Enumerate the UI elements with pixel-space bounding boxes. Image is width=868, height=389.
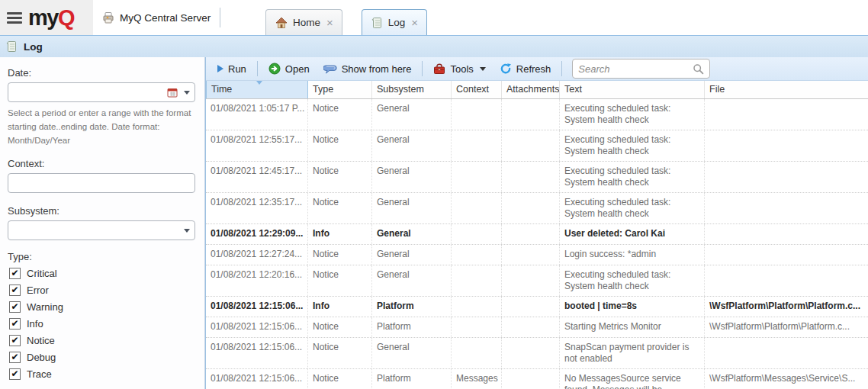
type-option-debug[interactable]: ✔Debug <box>9 352 195 363</box>
cell-time: 01/08/2021 12:15:06... <box>206 369 308 389</box>
cell-attachments <box>502 130 560 161</box>
date-dropdown-icon[interactable] <box>184 91 190 95</box>
column-header-text[interactable]: Text <box>560 81 705 98</box>
tab-log[interactable]: Log × <box>362 9 427 35</box>
log-row[interactable]: 01/08/2021 12:20:16...NoticeGeneralExecu… <box>206 265 868 297</box>
log-icon <box>6 40 18 53</box>
close-icon[interactable]: × <box>410 17 419 28</box>
cell-subsystem: Platform <box>372 369 452 389</box>
cell-text: User deleted: Carol Kai <box>560 224 705 244</box>
logo-block: myQ <box>0 0 93 35</box>
cell-time: 01/08/2021 1:05:17 P... <box>206 99 308 130</box>
subsystem-select[interactable] <box>8 220 195 240</box>
log-row[interactable]: 01/08/2021 12:15:06...NoticePlatformStar… <box>206 317 868 338</box>
cell-context: Messages <box>452 369 502 389</box>
cell-context <box>452 265 502 296</box>
type-option-error[interactable]: ✔Error <box>9 285 195 296</box>
cell-time: 01/08/2021 12:15:06... <box>206 317 308 337</box>
column-header-file[interactable]: File <box>705 81 868 98</box>
close-icon[interactable]: × <box>326 17 334 28</box>
checkbox-label: Error <box>27 285 49 296</box>
checkbox-icon[interactable]: ✔ <box>9 352 21 363</box>
tools-button[interactable]: Tools <box>428 61 490 77</box>
type-option-info[interactable]: ✔Info <box>9 318 195 330</box>
cell-time: 01/08/2021 12:45:17... <box>206 162 308 192</box>
checkbox-icon[interactable]: ✔ <box>9 268 21 279</box>
cell-subsystem: General <box>372 338 452 368</box>
checkbox-icon[interactable]: ✔ <box>9 368 21 380</box>
cell-subsystem: General <box>372 265 452 296</box>
column-label: File <box>709 84 725 95</box>
tab-home-label: Home <box>293 17 320 28</box>
checkbox-icon[interactable]: ✔ <box>9 301 21 313</box>
type-option-critical[interactable]: ✔Critical <box>9 268 195 279</box>
log-row[interactable]: 01/08/2021 12:55:17...NoticeGeneralExecu… <box>206 130 868 162</box>
cell-file <box>705 99 868 130</box>
cell-attachments <box>502 265 560 296</box>
cell-context <box>452 130 502 161</box>
column-header-subsystem[interactable]: Subsystem <box>372 81 452 98</box>
log-search-box <box>572 59 710 79</box>
show-from-here-button[interactable]: Show from here <box>318 61 417 77</box>
sort-desc-icon <box>256 81 262 85</box>
checkbox-icon[interactable]: ✔ <box>9 285 21 296</box>
cell-attachments <box>502 338 560 368</box>
type-checkbox-list: ✔Critical✔Error✔Warning✔Info✔Notice✔Debu… <box>8 268 195 380</box>
column-label: Type <box>313 84 333 95</box>
cell-context <box>452 317 502 337</box>
type-option-notice[interactable]: ✔Notice <box>9 335 195 346</box>
cell-text: Executing scheduled task: System health … <box>560 193 705 223</box>
log-row[interactable]: 01/08/2021 12:45:17...NoticeGeneralExecu… <box>206 162 868 193</box>
cell-type: Info <box>308 297 372 317</box>
column-label: Text <box>564 84 582 95</box>
calendar-icon[interactable] <box>167 88 178 98</box>
type-option-trace[interactable]: ✔Trace <box>9 368 195 380</box>
cell-attachments <box>502 297 560 317</box>
cell-text: Login success: *admin <box>560 245 705 265</box>
column-label: Subsystem <box>377 84 424 95</box>
cell-subsystem: General <box>372 99 452 130</box>
log-row[interactable]: 01/08/2021 12:15:06...NoticeGeneralSnapS… <box>206 338 868 369</box>
log-search-input[interactable] <box>578 63 693 75</box>
log-row[interactable]: 01/08/2021 1:05:17 P...NoticeGeneralExec… <box>206 99 868 130</box>
date-help-text: Select a period or enter a range with th… <box>8 107 197 147</box>
cell-subsystem: Platform <box>372 317 452 337</box>
log-row[interactable]: 01/08/2021 12:27:24...NoticeGeneralLogin… <box>206 245 868 265</box>
cell-time: 01/08/2021 12:20:16... <box>206 265 308 296</box>
column-header-attachments[interactable]: Attachments <box>502 81 560 98</box>
refresh-button[interactable]: Refresh <box>494 60 557 77</box>
tools-label: Tools <box>450 63 473 75</box>
cell-type: Notice <box>308 338 372 368</box>
column-header-type[interactable]: Type <box>308 81 372 98</box>
cell-type: Notice <box>308 317 372 337</box>
log-row[interactable]: 01/08/2021 12:15:06...InfoPlatformbooted… <box>206 297 868 317</box>
open-label: Open <box>285 63 310 75</box>
column-header-time[interactable]: Time <box>206 81 308 98</box>
checkbox-label: Debug <box>27 352 56 363</box>
open-button[interactable]: Open <box>263 60 315 77</box>
date-input[interactable] <box>8 82 195 102</box>
subsystem-dropdown-icon[interactable] <box>184 229 190 233</box>
cell-type: Notice <box>308 245 372 265</box>
log-row[interactable]: 01/08/2021 12:29:09...InfoGeneralUser de… <box>206 224 868 245</box>
hamburger-menu-icon[interactable] <box>7 12 22 24</box>
cell-time: 01/08/2021 12:35:17... <box>206 193 308 223</box>
tab-home[interactable]: Home × <box>265 9 342 35</box>
cell-file: \WsfPlatform\Platform\Platform.c... <box>705 317 868 337</box>
type-option-warning[interactable]: ✔Warning <box>9 301 195 313</box>
run-button[interactable]: Run <box>212 61 252 77</box>
cell-type: Info <box>308 224 372 244</box>
checkbox-label: Warning <box>27 301 63 313</box>
log-row[interactable]: 01/08/2021 12:15:06...NoticePlatformMess… <box>206 369 868 389</box>
cell-file <box>705 224 868 244</box>
checkbox-icon[interactable]: ✔ <box>9 318 21 330</box>
tab-log-label: Log <box>388 17 406 28</box>
column-header-context[interactable]: Context <box>452 81 502 98</box>
checkbox-icon[interactable]: ✔ <box>9 335 21 346</box>
log-row[interactable]: 01/08/2021 12:35:17...NoticeGeneralExecu… <box>206 193 868 224</box>
cell-attachments <box>502 369 560 389</box>
cell-attachments <box>502 193 560 223</box>
type-label: Type: <box>8 251 195 262</box>
cell-context <box>452 245 502 265</box>
context-input[interactable] <box>8 173 195 193</box>
